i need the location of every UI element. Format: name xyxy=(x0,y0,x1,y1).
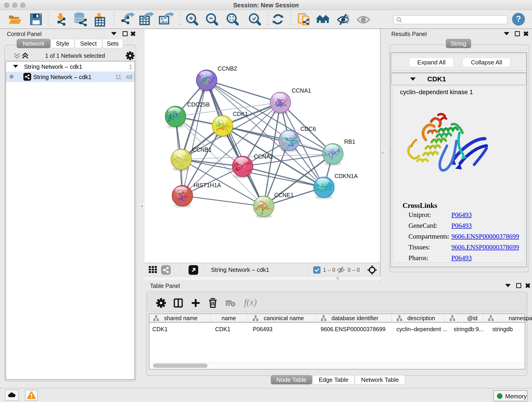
svg-text:CCNA1: CCNA1 xyxy=(292,87,311,94)
svg-text:CCNB2: CCNB2 xyxy=(218,65,237,72)
svg-text:CCNA2: CCNA2 xyxy=(254,153,273,160)
svg-text:RB1: RB1 xyxy=(344,138,355,145)
svg-text:1 of 1 Network selected: 1 of 1 Network selected xyxy=(45,52,105,59)
svg-text:CCNB1: CCNB1 xyxy=(192,147,212,153)
svg-text:CDK1: CDK1 xyxy=(233,111,248,117)
svg-text:CCNE1: CCNE1 xyxy=(274,192,294,198)
svg-text:CDKN1A: CDKN1A xyxy=(335,173,358,179)
svg-text:CDC25B: CDC25B xyxy=(187,101,210,108)
svg-text:CDC6: CDC6 xyxy=(300,126,316,132)
svg-text:HIST1H1A: HIST1H1A xyxy=(194,182,221,188)
